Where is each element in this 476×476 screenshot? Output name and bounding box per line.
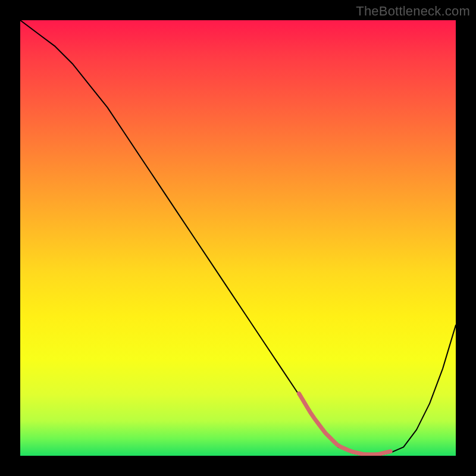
bottleneck-curve bbox=[20, 20, 456, 456]
chart-frame: TheBottleneck.com bbox=[0, 0, 476, 476]
plot-area bbox=[20, 20, 456, 456]
watermark-text: TheBottleneck.com bbox=[356, 4, 470, 19]
optimal-range-marker bbox=[299, 393, 390, 454]
chart-svg bbox=[20, 20, 456, 456]
